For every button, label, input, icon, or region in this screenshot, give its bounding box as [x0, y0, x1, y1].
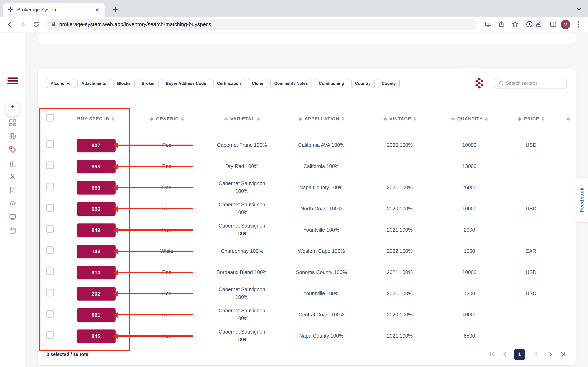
address-bar[interactable]: brokerage-system.web.app/inventory/searc… — [47, 18, 477, 30]
sort-icon[interactable] — [541, 117, 545, 121]
share-icon[interactable] — [496, 18, 507, 30]
forward-icon[interactable] — [17, 18, 29, 30]
row-checkbox[interactable] — [46, 289, 54, 296]
sort-icon[interactable] — [485, 117, 488, 121]
sort-icon[interactable] — [181, 117, 184, 121]
tab-search-chevron-icon[interactable] — [575, 5, 583, 13]
cell-appellation: Western Cape 100% — [280, 247, 363, 255]
filter-chip-buyer-address-code[interactable]: Buyer Address Code — [162, 78, 210, 88]
filter-chip-alcohol[interactable]: Alcohol % — [47, 78, 75, 88]
filter-chip-conditioning[interactable]: Conditioning — [315, 78, 348, 88]
row-checkbox[interactable] — [46, 246, 54, 254]
filter-chip-clone[interactable]: Clone — [248, 78, 268, 88]
row-checkbox[interactable] — [46, 225, 54, 233]
filter-icon[interactable] — [450, 117, 455, 121]
cell-generic: Red — [130, 268, 204, 276]
globe-icon[interactable] — [9, 133, 16, 140]
buyspec-id-button[interactable]: 906 — [77, 202, 115, 216]
filter-icon[interactable] — [383, 117, 387, 121]
filter-icon[interactable] — [517, 117, 522, 121]
buyspec-id-button[interactable]: 891 — [77, 308, 115, 322]
column-header-price[interactable]: PRICE — [502, 116, 560, 121]
filter-chip-blocks[interactable]: Blocks — [113, 78, 135, 88]
browser-tab-strip: Brokerage System ✕ — [0, 0, 588, 17]
back-icon[interactable] — [4, 18, 16, 30]
bookmark-star-icon[interactable] — [509, 18, 521, 30]
column-header-vintage[interactable]: VINTAGE — [363, 116, 437, 121]
sort-icon[interactable] — [342, 117, 345, 121]
row-checkbox[interactable] — [46, 204, 54, 211]
filter-chip-county[interactable]: County — [378, 78, 400, 88]
row-checkbox[interactable] — [46, 267, 54, 275]
bank-icon[interactable] — [9, 200, 16, 207]
filter-icon[interactable] — [298, 117, 302, 121]
filter-icon[interactable] — [149, 117, 154, 121]
filter-icon[interactable] — [224, 117, 228, 121]
buyspec-id-button[interactable]: 845 — [77, 329, 115, 343]
filter-chip-comment-notes[interactable]: Comment / Notes — [270, 78, 312, 88]
buyspec-id-button[interactable]: 849 — [77, 223, 115, 237]
column-header-varietal[interactable]: VARIETAL — [204, 116, 280, 121]
select-all-checkbox[interactable] — [46, 114, 54, 121]
buyspec-id-button[interactable]: 893 — [77, 160, 115, 173]
tab-title: Brokerage System — [17, 7, 91, 13]
buyspec-id-button[interactable]: 907 — [77, 138, 115, 152]
sort-icon[interactable] — [112, 117, 115, 121]
row-checkbox[interactable] — [46, 140, 54, 148]
chart-icon[interactable] — [9, 159, 16, 167]
row-checkbox[interactable] — [46, 161, 54, 169]
column-header-generic[interactable]: GENERIC — [130, 116, 204, 121]
column-header-buy-spec-id[interactable]: BUY SPEC ID — [62, 116, 130, 121]
new-tab-button[interactable] — [111, 5, 120, 14]
selection-summary: 0 selected / 18 total — [47, 352, 90, 357]
reload-icon[interactable] — [30, 18, 42, 30]
install-app-icon[interactable] — [482, 18, 494, 30]
page-button-2[interactable]: 2 — [530, 349, 541, 360]
side-panel-icon[interactable] — [547, 18, 559, 30]
browser-menu-icon[interactable] — [572, 18, 584, 30]
cell-varietal: Cabernet Sauvignon 100% — [204, 180, 280, 195]
filter-icon[interactable] — [566, 117, 570, 121]
browser-tab[interactable]: Brokerage System ✕ — [3, 3, 104, 17]
buyspec-id-button[interactable]: 853 — [77, 181, 115, 194]
row-checkbox[interactable] — [46, 183, 54, 190]
buyspec-id-button[interactable]: 143 — [77, 244, 115, 258]
last-page-icon[interactable] — [559, 351, 567, 358]
dashboard-icon[interactable] — [9, 119, 16, 126]
filter-chip-attachments[interactable]: Attachments — [77, 78, 110, 88]
row-checkbox[interactable] — [46, 310, 54, 317]
previous-page-icon[interactable] — [502, 351, 509, 358]
monitor-icon[interactable] — [9, 213, 16, 221]
cell-price: USD — [502, 268, 560, 276]
column-header-appellation[interactable]: APPELLATION — [280, 116, 363, 121]
buyspec-id-button[interactable]: 910 — [77, 266, 115, 279]
onepassword-icon[interactable] — [526, 21, 533, 28]
column-header-quantity[interactable]: QUANTITY — [437, 116, 502, 121]
add-button[interactable]: + — [5, 102, 20, 117]
next-page-icon[interactable] — [547, 351, 554, 358]
extensions-puzzle-icon[interactable] — [535, 21, 542, 28]
cell-quantity: 1200 — [437, 290, 502, 298]
sort-icon[interactable] — [257, 117, 260, 121]
pagination: 1 2 — [489, 349, 567, 360]
page-button-1[interactable]: 1 — [514, 349, 525, 360]
user-icon[interactable] — [9, 173, 16, 180]
document-icon[interactable] — [9, 186, 16, 194]
feedback-tab[interactable]: Feedback — [575, 178, 588, 222]
sort-icon[interactable] — [414, 117, 417, 121]
tag-icon[interactable] — [9, 146, 16, 153]
buyspec-id-button[interactable]: 202 — [77, 287, 115, 300]
column-header-next-partial[interactable] — [560, 117, 576, 121]
row-checkbox[interactable] — [46, 331, 54, 339]
filter-chip-country[interactable]: Country — [351, 78, 375, 88]
first-page-icon[interactable] — [489, 351, 496, 358]
cell-generic: Red — [130, 205, 204, 213]
menu-icon[interactable] — [7, 77, 18, 86]
calendar-icon[interactable] — [9, 227, 16, 234]
filter-chip-broker[interactable]: Broker — [138, 78, 159, 88]
filter-chip-certification[interactable]: Certification — [213, 78, 245, 88]
tab-close-icon[interactable]: ✕ — [94, 7, 100, 13]
profile-avatar[interactable]: V — [561, 19, 571, 29]
sidebar: + — [0, 33, 25, 367]
search-input[interactable] — [506, 81, 563, 86]
